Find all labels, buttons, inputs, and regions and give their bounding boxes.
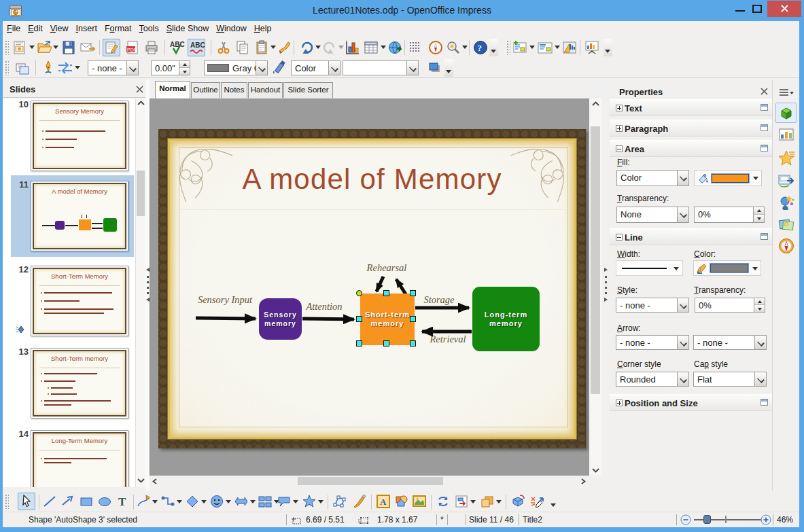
svg-text:PDF: PDF	[127, 48, 137, 52]
svg-text:A: A	[380, 497, 387, 507]
svg-text:T: T	[118, 495, 126, 508]
svg-text:ABC: ABC	[190, 41, 205, 49]
svg-text:ABC: ABC	[170, 41, 185, 48]
svg-text:?: ?	[478, 43, 483, 53]
